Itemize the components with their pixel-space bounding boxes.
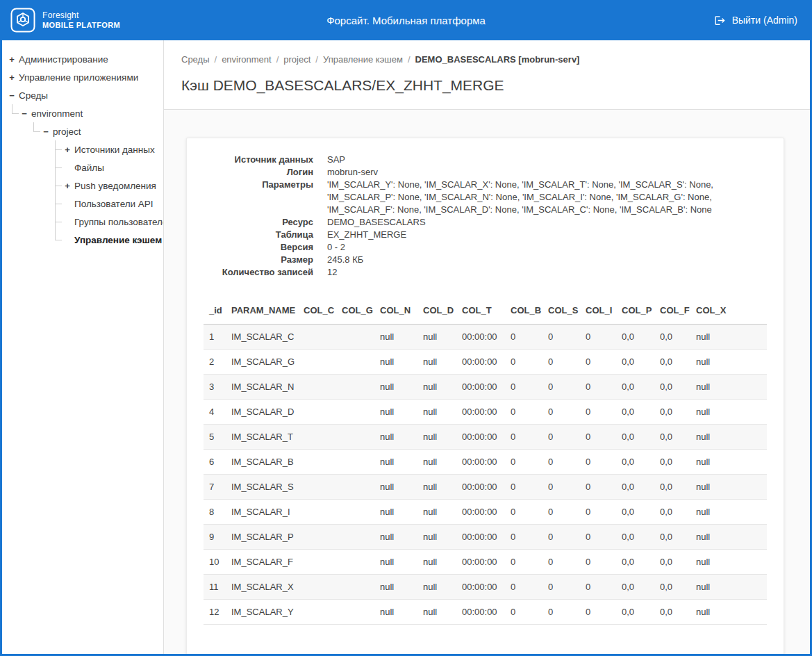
tree-item[interactable]: Файлы: [63, 158, 159, 177]
detail-value: 12: [327, 266, 767, 279]
top-header: Foresight MOBILE PLATFORM Форсайт. Мобил…: [2, 0, 810, 40]
tree-node: −environment−project+Источники данныхФай…: [12, 104, 159, 249]
table-cell: 0: [542, 525, 580, 550]
tree-item[interactable]: Управление кэшем: [63, 231, 159, 249]
tree-item-label: Пользователи API: [74, 199, 154, 209]
table-cell: 0,0: [616, 350, 654, 375]
detail-value: 'IM_SCALAR_Y': None, 'IM_SCALAR_X': None…: [327, 179, 767, 216]
column-header: COL_C: [298, 298, 336, 325]
expand-plus-icon[interactable]: +: [8, 54, 16, 65]
tree-item-label: environment: [31, 108, 83, 119]
detail-label: Версия: [204, 241, 313, 254]
table-cell: 0: [580, 425, 616, 450]
expand-plus-icon[interactable]: +: [8, 72, 16, 83]
table-cell: 0,0: [654, 475, 690, 500]
table-cell: 9: [204, 525, 226, 550]
table-cell: [298, 450, 336, 475]
tree-item[interactable]: +Администрирование: [8, 50, 159, 68]
details-list: Источник данныхSAPЛогинmobrun-servПараме…: [204, 154, 767, 279]
table-cell: 0,0: [654, 600, 690, 625]
brand-logo[interactable]: Foresight MOBILE PLATFORM: [10, 8, 120, 33]
table-cell: 0,0: [616, 525, 654, 550]
logout-icon: [714, 15, 726, 26]
main-area: +Администрирование+Управление приложения…: [2, 40, 810, 654]
tree-node: +Администрирование: [8, 50, 159, 68]
table-cell: IM_SCALAR_P: [226, 525, 298, 550]
table-cell: [298, 400, 336, 425]
breadcrumb-item[interactable]: Управление кэшем: [323, 54, 403, 65]
breadcrumb-item[interactable]: project: [283, 54, 310, 65]
table-cell: 0: [542, 475, 580, 500]
tree-item[interactable]: −environment: [20, 104, 159, 122]
tree-item[interactable]: −project: [42, 122, 159, 140]
table-cell: [298, 350, 336, 375]
column-header: COL_D: [417, 298, 456, 325]
table-cell: 0,0: [654, 400, 690, 425]
tree-node: +Источники данных: [55, 140, 159, 158]
table-cell: 00:00:00: [456, 550, 505, 575]
content-header: Среды/environment/project/Управление кэш…: [164, 40, 810, 110]
tree-item[interactable]: +Управление приложениями: [8, 68, 159, 86]
table-cell: 8: [204, 500, 226, 525]
table-cell: 0: [580, 375, 616, 400]
table-cell: 00:00:00: [456, 600, 505, 625]
table-cell: [336, 450, 374, 475]
table-cell: null: [374, 475, 417, 500]
breadcrumb-item[interactable]: environment: [222, 54, 272, 65]
table-row: 7IM_SCALAR_Snullnull00:00:000000,00,0nul…: [204, 475, 767, 500]
tree-item[interactable]: Группы пользователей: [63, 213, 159, 231]
table-cell: 0,0: [616, 325, 654, 350]
tree-branch: −environment−project+Источники данныхФай…: [12, 104, 159, 249]
collapse-minus-icon[interactable]: −: [8, 90, 16, 101]
table-cell: 0,0: [616, 475, 654, 500]
tree-item[interactable]: −Среды: [8, 86, 159, 104]
expand-plus-icon[interactable]: +: [63, 181, 72, 191]
table-cell: 0: [580, 350, 616, 375]
table-cell: IM_SCALAR_I: [226, 500, 298, 525]
table-cell: [298, 600, 336, 625]
table-cell: [336, 400, 374, 425]
table-cell: 0: [505, 325, 542, 350]
table-cell: null: [690, 375, 767, 400]
table-cell: 0: [505, 550, 542, 575]
table-cell: 0,0: [654, 325, 690, 350]
table-cell: null: [417, 325, 456, 350]
breadcrumb-separator: /: [315, 54, 318, 65]
logout-label: Выйти (Admin): [732, 15, 797, 26]
table-cell: null: [417, 500, 456, 525]
column-header: PARAM_NAME: [226, 298, 298, 325]
table-cell: null: [417, 575, 456, 600]
table-cell: 0: [542, 350, 580, 375]
brand-text: Foresight MOBILE PLATFORM: [42, 10, 120, 31]
collapse-minus-icon[interactable]: −: [42, 126, 50, 137]
tree-item[interactable]: +Push уведомления: [63, 177, 159, 195]
table-cell: null: [690, 525, 767, 550]
table-row: 3IM_SCALAR_Nnullnull00:00:000000,00,0nul…: [204, 375, 767, 400]
tree-item[interactable]: Пользователи API: [63, 195, 159, 213]
table-cell: [298, 575, 336, 600]
table-cell: IM_SCALAR_X: [226, 575, 298, 600]
sidebar-tree: +Администрирование+Управление приложения…: [8, 50, 159, 249]
table-cell: [298, 500, 336, 525]
expand-plus-icon[interactable]: +: [63, 145, 72, 155]
breadcrumb-item[interactable]: Среды: [181, 54, 210, 65]
detail-value: SAP: [327, 154, 767, 166]
breadcrumb-separator: /: [215, 54, 217, 65]
collapse-minus-icon[interactable]: −: [20, 108, 28, 119]
table-cell: 0,0: [616, 575, 654, 600]
tree-item[interactable]: +Источники данных: [63, 140, 159, 158]
logout-button[interactable]: Выйти (Admin): [714, 15, 797, 26]
content-body: Источник данныхSAPЛогинmobrun-servПараме…: [164, 110, 810, 654]
table-cell: [298, 475, 336, 500]
table-cell: 0: [542, 450, 580, 475]
table-cell: 00:00:00: [456, 400, 505, 425]
table-cell: 0: [542, 325, 580, 350]
table-cell: null: [690, 550, 767, 575]
table-cell: null: [374, 350, 417, 375]
table-cell: 0: [580, 575, 616, 600]
table-cell: [336, 425, 374, 450]
table-cell: IM_SCALAR_N: [226, 375, 298, 400]
column-header: COL_X: [690, 298, 767, 325]
detail-label: Ресурс: [204, 216, 313, 229]
table-cell: null: [417, 350, 456, 375]
